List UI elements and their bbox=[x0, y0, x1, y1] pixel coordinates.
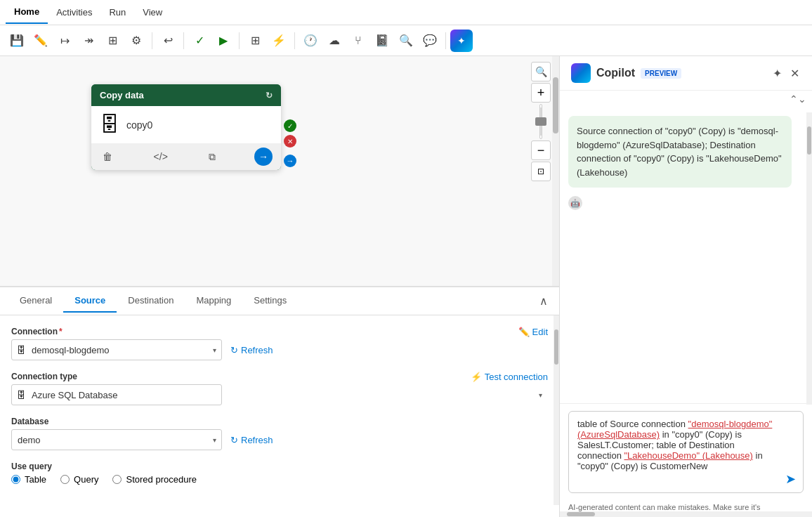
tab-general[interactable]: General bbox=[8, 289, 63, 313]
copy-node-db-icon: 🗄 bbox=[100, 113, 119, 136]
run-button[interactable]: ▶ bbox=[212, 30, 235, 52]
history-button[interactable]: 🕐 bbox=[299, 30, 322, 52]
menu-activities[interactable]: Activities bbox=[48, 1, 100, 23]
zoom-slider-track bbox=[539, 104, 542, 139]
menu-run[interactable]: Run bbox=[100, 1, 134, 23]
copilot-input-box[interactable]: table of Source connection "demosql-blog… bbox=[568, 411, 804, 493]
copilot-avatar: 🤖 bbox=[568, 196, 582, 210]
lightning-button[interactable]: ⚡ bbox=[268, 30, 290, 52]
scroll-up-arrow[interactable]: ⌃ bbox=[790, 93, 798, 105]
edit-connection-button[interactable]: ✏️ Edit bbox=[518, 327, 548, 337]
notebook-button[interactable]: 📓 bbox=[371, 30, 393, 52]
message-1-text: Source connection of "copy0" (Copy) is "… bbox=[577, 126, 782, 178]
canvas-wrapper: Copy data ↻ 🗄 copy0 🗑 </> ⧉ → ✓ bbox=[0, 56, 559, 517]
arrow-icon[interactable]: → bbox=[284, 155, 296, 167]
check-icon: ✓ bbox=[284, 119, 296, 132]
refresh-database-button[interactable]: ↻ Refresh bbox=[230, 435, 273, 445]
zoom-search-button[interactable]: 🔍 bbox=[531, 62, 551, 81]
delete-node-button[interactable]: 🗑 bbox=[100, 150, 115, 164]
search-button[interactable]: 🔍 bbox=[395, 30, 417, 52]
copilot-bottom-scrollbar[interactable] bbox=[560, 511, 812, 517]
chat-button[interactable]: 💬 bbox=[419, 30, 441, 52]
connection-actions: ✏️ Edit bbox=[518, 327, 548, 337]
stored-procedure-radio[interactable] bbox=[112, 475, 122, 484]
copilot-messages: Source connection of "copy0" (Copy) is "… bbox=[560, 107, 812, 403]
code-node-button[interactable]: </> bbox=[151, 150, 171, 164]
tab-right2-button[interactable]: ↠ bbox=[77, 30, 100, 52]
separator-3 bbox=[239, 32, 240, 49]
table-radio[interactable] bbox=[11, 475, 20, 484]
separator-2 bbox=[183, 32, 184, 49]
zoom-plus-button[interactable]: + bbox=[531, 83, 551, 103]
copilot-button[interactable]: ✦ bbox=[450, 30, 473, 52]
footer-text: AI-generated content can make mistakes. … bbox=[568, 503, 761, 511]
use-query-label: Use query bbox=[11, 462, 548, 471]
copy-node[interactable]: Copy data ↻ 🗄 copy0 🗑 </> ⧉ → ✓ bbox=[91, 84, 281, 170]
zoom-controls: 🔍 + − ⊡ bbox=[531, 62, 551, 181]
copilot-scrollbar[interactable] bbox=[806, 112, 812, 405]
tab-mapping[interactable]: Mapping bbox=[185, 289, 242, 313]
cloud-button[interactable]: ☁ bbox=[323, 30, 346, 52]
connection-type-label: Connection type bbox=[11, 372, 77, 381]
scroll-down-arrow[interactable]: ⌄ bbox=[798, 93, 806, 105]
connection-db-icon: 🗄 bbox=[17, 345, 26, 355]
query-options: Table Query Stored procedure bbox=[11, 474, 548, 485]
tab-settings[interactable]: Settings bbox=[242, 289, 298, 313]
connection-type-select[interactable]: Azure SQL Database bbox=[11, 384, 222, 405]
query-radio[interactable] bbox=[60, 475, 70, 484]
canvas-area[interactable]: Copy data ↻ 🗄 copy0 🗑 </> ⧉ → ✓ bbox=[0, 56, 559, 286]
collapse-panel-button[interactable]: ∧ bbox=[537, 294, 551, 308]
edit-button[interactable]: ✏️ bbox=[30, 30, 52, 52]
menu-bar: Home Activities Run View bbox=[0, 0, 812, 25]
connection-field-row: Connection * ✏️ Edit 🗄 bbox=[11, 327, 548, 360]
save-button[interactable]: 💾 bbox=[6, 30, 28, 52]
zoom-minus-button[interactable]: − bbox=[531, 140, 551, 160]
copilot-bottom-scrollbar-thumb bbox=[567, 512, 595, 516]
refresh-connection-button[interactable]: ↻ Refresh bbox=[230, 345, 273, 355]
input-wrapper: table of Source connection "demosql-blog… bbox=[568, 411, 804, 493]
canvas-vertical-scrollbar[interactable] bbox=[552, 56, 559, 286]
database-input-row: demo ▾ ↻ Refresh bbox=[11, 429, 548, 450]
zoom-thumb[interactable] bbox=[535, 117, 546, 126]
zoom-fit-button[interactable]: ⊡ bbox=[531, 162, 551, 181]
separator-5 bbox=[445, 32, 446, 49]
stored-procedure-option[interactable]: Stored procedure bbox=[112, 474, 196, 485]
source-form-scrollbar[interactable] bbox=[554, 315, 559, 505]
query-option[interactable]: Query bbox=[60, 474, 98, 485]
query-label: Query bbox=[74, 474, 98, 485]
database-label: Database bbox=[11, 417, 548, 426]
tab-right-button[interactable]: ↦ bbox=[53, 30, 76, 52]
toolbar: 💾 ✏️ ↦ ↠ ⊞ ⚙ ↩ ✓ ▶ ⊞ ⚡ 🕐 ☁ ⑂ 📓 🔍 💬 ✦ bbox=[0, 25, 812, 56]
canvas-scrollbar-thumb bbox=[553, 77, 558, 133]
main-content: Copy data ↻ 🗄 copy0 🗑 </> ⧉ → ✓ bbox=[0, 56, 812, 517]
connection-select[interactable]: demosql-blogdemo bbox=[11, 339, 222, 360]
validate-button[interactable]: ✓ bbox=[188, 30, 211, 52]
test-connection-button[interactable]: ⚡ Test connection bbox=[471, 372, 548, 382]
tab-source[interactable]: Source bbox=[63, 289, 117, 313]
copilot-input-area: table of Source connection "demosql-blog… bbox=[560, 403, 812, 500]
connection-type-select-wrapper: 🗄 Azure SQL Database ▾ bbox=[11, 384, 548, 405]
refresh-db-icon: ↻ bbox=[230, 435, 238, 445]
settings-button[interactable]: ⚙ bbox=[125, 30, 148, 52]
undo-button[interactable]: ↩ bbox=[157, 30, 179, 52]
copy-node-header: Copy data ↻ bbox=[91, 84, 281, 106]
send-button[interactable]: ➤ bbox=[785, 471, 796, 487]
copilot-wand-button[interactable]: ✦ bbox=[771, 65, 783, 81]
branch-button[interactable]: ⑂ bbox=[347, 30, 369, 52]
copy-node-button[interactable]: ⧉ bbox=[206, 150, 218, 164]
menu-view[interactable]: View bbox=[134, 1, 171, 23]
tab-destination[interactable]: Destination bbox=[117, 289, 185, 313]
fit-button[interactable]: ⊞ bbox=[101, 30, 124, 52]
cross-icon: ✕ bbox=[284, 135, 296, 148]
copilot-close-button[interactable]: ✕ bbox=[789, 65, 801, 81]
database-select[interactable]: demo bbox=[11, 429, 222, 450]
next-node-button[interactable]: → bbox=[254, 148, 273, 166]
table-button[interactable]: ⊞ bbox=[244, 30, 266, 52]
copilot-panel: Copilot PREVIEW ✦ ✕ ⌃ ⌄ Source connectio… bbox=[559, 56, 812, 517]
table-label: Table bbox=[25, 474, 46, 485]
message-separator: 🤖 bbox=[568, 196, 804, 210]
node-expand-icon[interactable]: ↻ bbox=[266, 91, 273, 100]
copy-node-title: Copy data bbox=[100, 90, 144, 100]
table-option[interactable]: Table bbox=[11, 474, 46, 485]
menu-home[interactable]: Home bbox=[6, 1, 48, 24]
